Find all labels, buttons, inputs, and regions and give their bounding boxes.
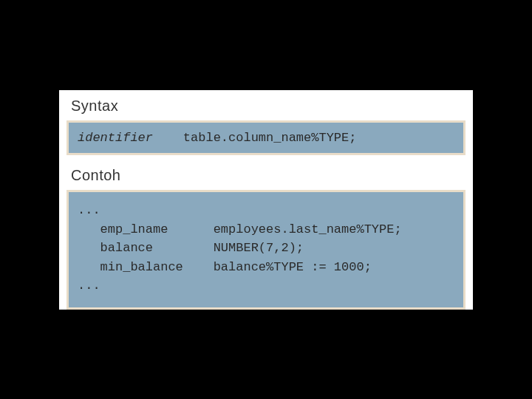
syntax-line: identifier table.column_name%TYPE; bbox=[78, 129, 454, 148]
content-panel: Syntax identifier table.column_name%TYPE… bbox=[59, 90, 473, 310]
example-code-box: ... emp_lname employees.last_name%TYPE; … bbox=[66, 190, 466, 310]
example-line-1: ... bbox=[78, 201, 454, 220]
example-line-5: ... bbox=[78, 276, 454, 296]
example-label: Contoh bbox=[59, 160, 473, 190]
syntax-code-box: identifier table.column_name%TYPE; bbox=[66, 120, 466, 156]
example-line-2: emp_lname employees.last_name%TYPE; bbox=[78, 220, 454, 239]
example-line-3: balance NUMBER(7,2); bbox=[78, 239, 454, 258]
syntax-label: Syntax bbox=[59, 90, 473, 120]
identifier-keyword: identifier bbox=[78, 131, 153, 145]
syntax-rest: table.column_name%TYPE; bbox=[153, 131, 356, 145]
example-line-4: min_balance balance%TYPE := 1000; bbox=[78, 258, 454, 277]
